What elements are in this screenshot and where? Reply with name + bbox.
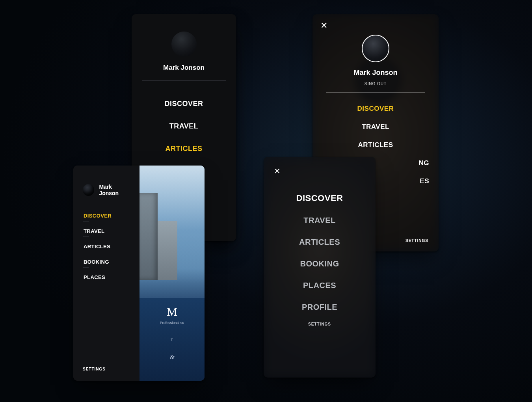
nav-item-places[interactable]: PLACES <box>83 270 132 285</box>
nav-item-articles[interactable]: ARTICLES <box>132 138 236 160</box>
building-shape <box>140 193 158 280</box>
divider <box>142 80 226 81</box>
nav-item-articles[interactable]: ARTICLES <box>313 136 439 154</box>
nav-item-articles[interactable]: ARTICLES <box>83 239 132 254</box>
avatar[interactable] <box>362 35 389 62</box>
sidebar: Mark Jonson DISCOVER TRAVEL ARTICLES BOO… <box>73 166 140 381</box>
nav-item-travel[interactable]: TRAVEL <box>264 210 376 231</box>
nav-item-booking[interactable]: BOOKING <box>264 253 376 275</box>
nav-item-discover[interactable]: DISCOVER <box>132 93 236 115</box>
nav-menu: DISCOVER TRAVEL ARTICLES BOOKING PLACES <box>83 208 132 285</box>
nav-item-travel[interactable]: TRAVEL <box>83 223 132 239</box>
settings-link[interactable]: SETTINGS <box>83 367 106 371</box>
sidebar-menu-variant-b: Mark Jonson DISCOVER TRAVEL ARTICLES BOO… <box>73 166 205 381</box>
close-icon[interactable]: ✕ <box>320 21 327 30</box>
avatar[interactable] <box>171 32 197 57</box>
profile-title: M <box>140 305 205 318</box>
settings-link[interactable]: SETTINGS <box>406 238 428 243</box>
profile-meta: T <box>140 338 205 342</box>
nav-menu: DISCOVER TRAVEL ARTICLES <box>132 93 236 160</box>
profile-accent: & <box>140 354 205 361</box>
user-name: Mark Jonson <box>99 184 132 196</box>
nav-item-booking[interactable]: BOOKING <box>83 254 132 270</box>
profile-subtitle: Professional su <box>140 321 205 325</box>
close-icon[interactable]: ✕ <box>274 166 281 176</box>
divider <box>326 92 425 93</box>
avatar[interactable] <box>83 184 94 196</box>
building-shape <box>158 221 177 280</box>
profile-card: M Professional su T & <box>140 298 205 381</box>
user-name: Mark Jonson <box>313 69 439 77</box>
overlay-menu-variant-d: ✕ DISCOVER TRAVEL ARTICLES BOOKING PLACE… <box>264 157 376 378</box>
content-preview: M Professional su T & <box>140 166 205 381</box>
user-header: Mark Jonson <box>83 184 132 196</box>
nav-item-profile[interactable]: PROFILE <box>264 296 376 318</box>
nav-item-articles[interactable]: ARTICLES <box>264 231 376 253</box>
nav-item-travel[interactable]: TRAVEL <box>132 115 236 138</box>
nav-menu: DISCOVER TRAVEL ARTICLES BOOKING PLACES … <box>264 187 376 318</box>
sign-out-link[interactable]: SING OUT <box>313 82 439 86</box>
nav-item-discover[interactable]: DISCOVER <box>313 100 439 118</box>
settings-link[interactable]: SETTINGS <box>264 322 376 326</box>
user-name: Mark Jonson <box>132 64 236 72</box>
divider <box>166 332 178 332</box>
nav-item-places[interactable]: PLACES <box>264 275 376 296</box>
nav-item-discover[interactable]: DISCOVER <box>264 187 376 210</box>
nav-item-discover[interactable]: DISCOVER <box>83 208 132 223</box>
nav-item-travel[interactable]: TRAVEL <box>313 118 439 136</box>
